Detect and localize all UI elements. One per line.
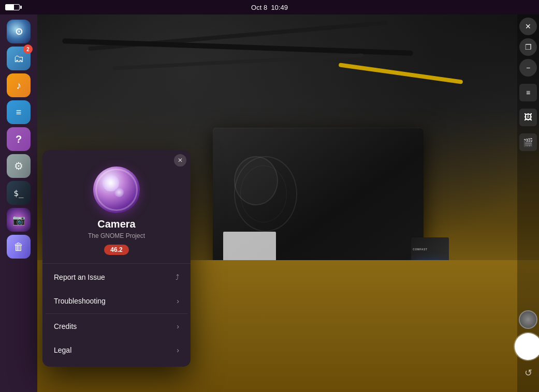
legal-item[interactable]: Legal › (46, 339, 187, 361)
troubleshooting-item[interactable]: Troubleshooting › (46, 290, 187, 312)
credits-label: Credits (54, 322, 77, 330)
menu-button[interactable]: ≡ (519, 84, 537, 101)
dialog-close-icon: ✕ (178, 157, 183, 164)
report-issue-item[interactable]: Report an Issue ⤴ (46, 266, 187, 289)
icon-ring (95, 169, 138, 211)
camera-controls: ↺ (515, 310, 539, 392)
credits-item[interactable]: Credits › (46, 315, 187, 338)
menu-icon: ≡ (526, 88, 530, 97)
switch-camera-button[interactable]: ↺ (519, 364, 537, 382)
troubleshooting-chevron-icon: › (177, 297, 179, 305)
video-icon: 🎬 (523, 138, 533, 147)
minimize-button[interactable]: − (519, 59, 537, 77)
top-bar-left (5, 4, 20, 10)
dialog-header: ✕ (42, 150, 191, 167)
datetime-display: Oct 8 10:49 (251, 4, 288, 11)
fan-inner (240, 165, 287, 222)
minimize-icon: − (526, 64, 530, 72)
restore-button[interactable]: ❐ (519, 38, 537, 56)
sidebar: ⊙ 🗂 ♪ ≡ ? ⚙ $_ 📷 🗑 (0, 14, 37, 392)
refresh-icon: ↺ (525, 367, 532, 379)
last-photo-thumbnail[interactable] (519, 310, 537, 329)
battery-fill (6, 5, 14, 10)
troubleshooting-label: Troubleshooting (54, 297, 106, 305)
divider-top (42, 263, 191, 264)
legal-label: Legal (54, 346, 71, 354)
version-container: 46.2 (42, 245, 191, 255)
usb-label: COMFAST (413, 248, 427, 251)
screenshot-icon: 🖼 (524, 113, 532, 122)
app-name: Camera (42, 218, 191, 230)
version-badge: 46.2 (104, 245, 128, 255)
sidebar-icon-trash[interactable]: 🗑 (7, 235, 31, 259)
sidebar-icon-camera[interactable]: 📷 (7, 208, 31, 232)
restore-icon: ❐ (525, 43, 532, 51)
sidebar-icon-docs[interactable]: ≡ (7, 100, 31, 124)
battery-indicator (5, 4, 20, 10)
sidebar-icon-files[interactable]: 🗂 (7, 47, 31, 70)
sidebar-icon-music[interactable]: ♪ (7, 73, 31, 97)
close-icon: ✕ (525, 22, 531, 31)
app-icon (93, 167, 140, 213)
report-issue-label: Report an Issue (54, 273, 105, 281)
dialog-close-button[interactable]: ✕ (174, 154, 186, 167)
video-mode-button[interactable]: 🎬 (519, 133, 537, 151)
about-dialog: ✕ Camera The GNOME Project 46.2 Report a… (42, 150, 191, 367)
top-bar: Oct 8 10:49 (0, 0, 539, 14)
legal-chevron-icon: › (177, 346, 179, 354)
sidebar-icon-help[interactable]: ? (7, 127, 31, 151)
sidebar-icon-settings[interactable]: ⚙ (7, 154, 31, 178)
right-controls: ✕ ❐ − ≡ 🖼 🎬 ↺ (517, 14, 539, 392)
sidebar-icon-terminal[interactable]: $_ (7, 181, 31, 205)
credits-chevron-icon: › (177, 322, 179, 330)
screenshot-mode-button[interactable]: 🖼 (519, 109, 537, 126)
capture-button[interactable] (515, 333, 539, 360)
section-divider (46, 313, 187, 314)
sidebar-icon-gnome[interactable]: ⊙ (7, 20, 31, 43)
developer-label: The GNOME Project (42, 232, 191, 239)
external-link-icon: ⤴ (176, 273, 179, 281)
close-button[interactable]: ✕ (519, 18, 537, 35)
